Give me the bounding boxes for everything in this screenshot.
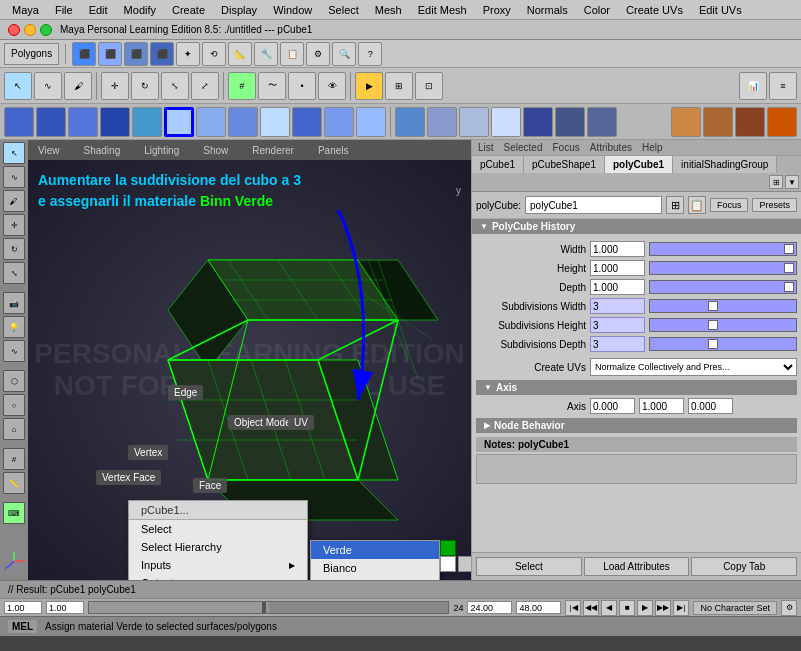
rp-presets-btn[interactable]: Presets: [752, 198, 797, 212]
menu-window[interactable]: Window: [265, 2, 320, 18]
shape-btn-23[interactable]: [767, 107, 797, 137]
menu-color[interactable]: Color: [576, 2, 618, 18]
menu-select[interactable]: Select: [320, 2, 367, 18]
snap-view-btn[interactable]: 👁: [318, 72, 346, 100]
range-slider[interactable]: [88, 601, 449, 614]
shape-btn-9[interactable]: [260, 107, 290, 137]
play-prev-btn[interactable]: ◀: [601, 600, 617, 616]
shape-btn-20[interactable]: [671, 107, 701, 137]
paint-btn[interactable]: 🖌: [64, 72, 92, 100]
lt-snap[interactable]: #: [3, 448, 25, 470]
rp-focus-btn[interactable]: Focus: [710, 198, 749, 212]
lt-move[interactable]: ✛: [3, 214, 25, 236]
show-layer-btn[interactable]: ≡: [769, 72, 797, 100]
rp-copy-tab-icon[interactable]: ⊞: [769, 175, 783, 189]
menu-edit-uvs[interactable]: Edit UVs: [691, 2, 750, 18]
rp-axis-z-input[interactable]: [688, 398, 733, 414]
tb-btn-5[interactable]: ✦: [176, 42, 200, 66]
shape-btn-7[interactable]: [196, 107, 226, 137]
vp-tab-lighting[interactable]: Lighting: [138, 143, 185, 158]
rp-width-slider[interactable]: [649, 242, 797, 256]
rp-axis-y-input[interactable]: [639, 398, 684, 414]
menu-mesh[interactable]: Mesh: [367, 2, 410, 18]
rp-height-slider[interactable]: [649, 261, 797, 275]
menu-maya[interactable]: Maya: [4, 2, 47, 18]
shape-btn-6[interactable]: [164, 107, 194, 137]
menu-normals[interactable]: Normals: [519, 2, 576, 18]
rp-sub-height-slider[interactable]: [649, 318, 797, 332]
transform-btn[interactable]: ⤢: [191, 72, 219, 100]
cm-select[interactable]: Select: [129, 520, 307, 538]
sm-verde[interactable]: Verde: [311, 541, 439, 559]
lt-select[interactable]: ↖: [3, 142, 25, 164]
rp-height-input[interactable]: [590, 260, 645, 276]
tb-btn-9[interactable]: 📋: [280, 42, 304, 66]
rp-notes-area[interactable]: [476, 454, 797, 484]
lt-mel[interactable]: ⌨: [3, 502, 25, 524]
vp-tab-view[interactable]: View: [32, 143, 66, 158]
shape-btn-13[interactable]: [395, 107, 425, 137]
show-attr-btn[interactable]: 📊: [739, 72, 767, 100]
snap-pt-btn[interactable]: •: [288, 72, 316, 100]
rp-depth-slider[interactable]: [649, 280, 797, 294]
cm-inputs[interactable]: Inputs ▶: [129, 556, 307, 574]
vp-tab-panels[interactable]: Panels: [312, 143, 355, 158]
cm-outputs[interactable]: Outputs ▶: [129, 574, 307, 580]
rp-sub-height-input[interactable]: [590, 317, 645, 333]
menu-edit-mesh[interactable]: Edit Mesh: [410, 2, 475, 18]
lt-light[interactable]: 💡: [3, 316, 25, 338]
tb-btn-3[interactable]: ⬛: [124, 42, 148, 66]
range-end-input[interactable]: [46, 601, 84, 614]
move-btn[interactable]: ✛: [101, 72, 129, 100]
menu-modify[interactable]: Modify: [116, 2, 164, 18]
lt-curve[interactable]: ∿: [3, 340, 25, 362]
vp-tab-renderer[interactable]: Renderer: [246, 143, 300, 158]
float-label-uv[interactable]: UV: [288, 415, 314, 430]
rp-copy-tab-btn[interactable]: Copy Tab: [691, 557, 797, 576]
shape-btn-16[interactable]: [491, 107, 521, 137]
lt-scale[interactable]: ⤡: [3, 262, 25, 284]
lt-camera[interactable]: 📷: [3, 292, 25, 314]
menu-edit[interactable]: Edit: [81, 2, 116, 18]
rp-axis-x-input[interactable]: [590, 398, 635, 414]
rp-node-behavior-section[interactable]: ▶ Node Behavior: [476, 418, 797, 433]
lasso-btn[interactable]: ∿: [34, 72, 62, 100]
rp-sub-width-input[interactable]: [590, 298, 645, 314]
lt-poly[interactable]: ⬡: [3, 370, 25, 392]
rp-sub-width-slider[interactable]: [649, 299, 797, 313]
render-region-btn[interactable]: ⊞: [385, 72, 413, 100]
cm-select-hierarchy[interactable]: Select Hierarchy: [129, 538, 307, 556]
float-label-vertex-face[interactable]: Vertex Face: [96, 470, 161, 485]
range-current-input[interactable]: [467, 601, 512, 614]
snap-grid-btn[interactable]: #: [228, 72, 256, 100]
play-stop-btn[interactable]: ■: [619, 600, 635, 616]
select-tool-btn[interactable]: ↖: [4, 72, 32, 100]
rp-history-section[interactable]: ▼ PolyCube History: [472, 219, 801, 234]
rp-tab-pcube1[interactable]: pCube1: [472, 156, 524, 173]
shape-btn-15[interactable]: [459, 107, 489, 137]
range-end-val-input[interactable]: [516, 601, 561, 614]
tb-btn-11[interactable]: 🔍: [332, 42, 356, 66]
sm-bianco[interactable]: Bianco: [311, 559, 439, 577]
tb-btn-12[interactable]: ?: [358, 42, 382, 66]
rp-create-uvs-dropdown[interactable]: Normalize Collectively and Pres...: [590, 358, 797, 376]
shape-btn-17[interactable]: [523, 107, 553, 137]
shape-btn-1[interactable]: [4, 107, 34, 137]
sm-lambert1[interactable]: lambert1: [311, 577, 439, 580]
play-next-btn[interactable]: ▶▶: [655, 600, 671, 616]
minimize-btn[interactable]: [24, 24, 36, 36]
rp-axis-section[interactable]: ▼ Axis: [476, 380, 797, 395]
play-start-btn[interactable]: |◀: [565, 600, 581, 616]
menu-file[interactable]: File: [47, 2, 81, 18]
shape-btn-19[interactable]: [587, 107, 617, 137]
timeline-settings-btn[interactable]: ⚙: [781, 600, 797, 616]
float-label-edge[interactable]: Edge: [168, 385, 203, 400]
menu-proxy[interactable]: Proxy: [475, 2, 519, 18]
shape-btn-21[interactable]: [703, 107, 733, 137]
rp-sub-depth-slider[interactable]: [649, 337, 797, 351]
shape-btn-5[interactable]: [132, 107, 162, 137]
shape-btn-8[interactable]: [228, 107, 258, 137]
tb-btn-4[interactable]: ⬛: [150, 42, 174, 66]
menu-create[interactable]: Create: [164, 2, 213, 18]
snap-curve-btn[interactable]: 〜: [258, 72, 286, 100]
